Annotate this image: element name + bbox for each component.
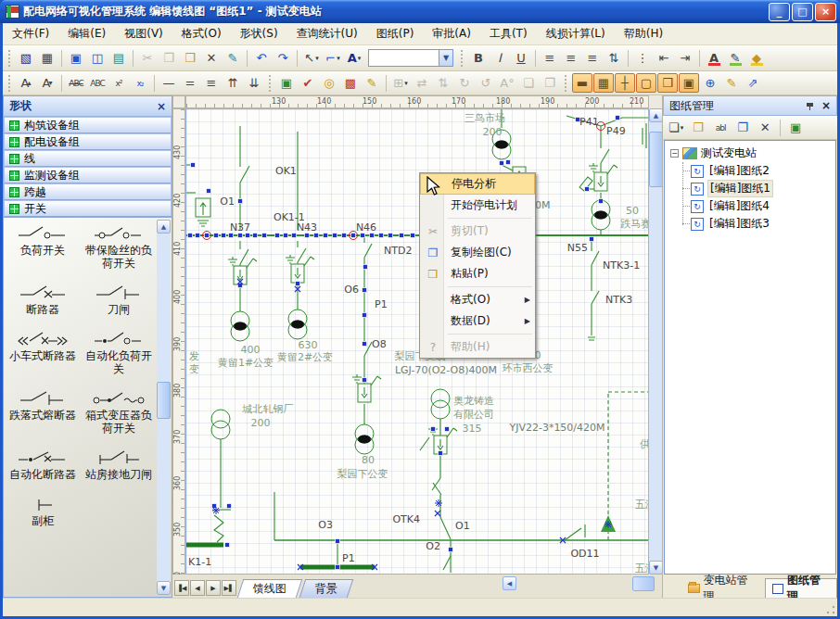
pin-icon[interactable] [806, 102, 814, 110]
scroll-up-icon[interactable]: ▲ [157, 220, 171, 234]
undo-button[interactable]: ↶ [251, 48, 272, 68]
stamp-button[interactable]: ▩ [340, 73, 361, 93]
menu-item-9[interactable]: 线损计算(L) [537, 23, 615, 44]
insert-picture-button[interactable]: ▣ [276, 73, 297, 93]
spacing-decrease-button[interactable]: ⇊ [244, 73, 264, 93]
font-color-button[interactable]: A [704, 48, 724, 68]
tree-item-sheet-1[interactable]: ↻[编辑]图纸1 [691, 180, 834, 197]
maximize-button[interactable]: □ [792, 3, 813, 21]
scrollbar-thumb[interactable] [632, 576, 655, 591]
menu-item-1[interactable]: 编辑(E) [58, 23, 115, 44]
titlebar[interactable]: 配电网络可视化管理系统 编辑馈线图 “图纸1” - 测试变电站 _□× [0, 0, 840, 23]
close-button[interactable]: × [815, 3, 836, 21]
close-icon[interactable]: × [821, 99, 831, 112]
canvas-tab-1[interactable]: 背景 [299, 579, 353, 598]
subscript-button[interactable]: x₂ [130, 73, 150, 93]
resize-grip[interactable] [825, 604, 836, 615]
font-increase-button[interactable]: A▴ [16, 73, 36, 93]
guides-toggle-button[interactable]: ┼ [615, 73, 635, 93]
toolbar-grip[interactable] [268, 75, 273, 92]
align-right-button[interactable]: ≡ [582, 48, 603, 68]
menu-item-3[interactable]: 格式(O) [172, 23, 231, 44]
copy-button[interactable]: ❐ [159, 48, 179, 68]
stencil-item-dropout-fuse[interactable]: 跌落式熔断器 [6, 388, 80, 435]
underline-button[interactable]: U [511, 48, 531, 68]
rename-sheet-button[interactable]: abl [710, 118, 731, 137]
context-menu-item-10[interactable]: ?帮助(H) [420, 336, 535, 358]
rotate-left-button[interactable]: ↺ [476, 73, 496, 93]
stencil-item-fused-load-switch[interactable]: 带保险丝的负荷开关 [82, 223, 156, 270]
connector-arrow-button[interactable]: ⇗ [743, 73, 763, 93]
scroll-down-icon[interactable]: ▼ [157, 581, 171, 595]
canvas-vscrollbar[interactable]: ▲ ▼ [649, 108, 663, 575]
shape-combobox[interactable]: ▼ [368, 49, 453, 67]
text-tool-button[interactable]: A▾ [344, 48, 364, 68]
collapse-icon[interactable]: − [670, 149, 679, 158]
format-painter-button[interactable]: ✎ [223, 48, 243, 68]
bring-forward-button[interactable]: ❏ [518, 73, 539, 93]
no-strikethrough-button[interactable]: ABC [87, 73, 108, 93]
context-menu-item-5[interactable]: ❒粘贴(P) [420, 263, 535, 284]
copy-sheet-button[interactable]: ❐ [732, 118, 753, 137]
pan-window-toggle-button[interactable]: ▣ [679, 73, 699, 93]
stencil-item-circuit-breaker[interactable]: 断路器 [6, 283, 80, 316]
page-breaks-toggle-button[interactable]: ❒ [657, 73, 678, 93]
context-menu-item-7[interactable]: 格式(O)▶ [420, 289, 535, 310]
shapes-panel-close-icon[interactable]: × [157, 100, 166, 113]
shape-group-1[interactable]: 配电设备组 [4, 133, 172, 150]
shape-group-2[interactable]: 线 [4, 150, 172, 167]
line-weight-thick-button[interactable]: ≡ [201, 73, 222, 93]
grid-toggle-button[interactable]: ▦ [593, 73, 614, 93]
connection-points-toggle-button[interactable]: ▢ [636, 73, 656, 93]
menu-item-6[interactable]: 图纸(P) [367, 23, 424, 44]
redo-button[interactable]: ↷ [273, 48, 293, 68]
align-shapes-button[interactable]: ⊞▾ [390, 73, 411, 93]
minimize-button[interactable]: _ [769, 3, 790, 21]
stencil-item-aux-cabinet[interactable]: 副柜 [6, 494, 80, 527]
context-menu-item-8[interactable]: 数据(D)▶ [420, 310, 535, 332]
context-menu-item-4[interactable]: ❐复制绘图(C) [420, 242, 535, 263]
open-sheet-button[interactable]: ❒ [688, 118, 708, 137]
last-sheet-button[interactable]: ▶▌ [222, 580, 236, 596]
line-color-button[interactable]: ✎ [725, 48, 745, 68]
strikethrough-button[interactable]: ABC [66, 73, 86, 93]
context-menu-item-3[interactable]: ✂剪切(T) [420, 221, 535, 242]
canvas-tab-0[interactable]: 馈线图 [237, 579, 302, 598]
fill-color-button[interactable]: ◆ [746, 48, 767, 68]
menu-item-8[interactable]: 工具(T) [480, 23, 537, 44]
zoom-pan-button[interactable]: ⊕ [700, 73, 720, 93]
align-center-button[interactable]: ≡ [561, 48, 581, 68]
context-menu-item-1[interactable]: 开始停电计划 [420, 195, 535, 216]
stencil-item-box-transformer-load-switch[interactable]: 箱式变压器负荷开关 [82, 388, 156, 435]
stencil-item-knife-switch[interactable]: 刀闸 [82, 283, 156, 316]
print-button[interactable]: ▤ [108, 48, 129, 68]
stencil-item-station-ground-knife-switch[interactable]: 站房接地刀闸 [82, 448, 156, 481]
edit-sheet-button[interactable]: ✎ [362, 73, 382, 93]
menu-item-2[interactable]: 视图(V) [115, 23, 172, 44]
toolbar-grip[interactable] [7, 75, 12, 92]
save-button[interactable]: ▣ [66, 48, 86, 68]
flip-horizontal-button[interactable]: ⇄ [412, 73, 432, 93]
rotate-right-button[interactable]: ↻ [454, 73, 475, 93]
stencil-item-load-switch[interactable]: 负荷开关 [6, 223, 80, 270]
delete-button[interactable]: ✕ [201, 48, 222, 68]
tree-root-substation[interactable]: − 测试变电站 [667, 145, 834, 162]
stencil-scrollbar[interactable]: ▲ ▼ [157, 220, 171, 595]
next-sheet-button[interactable]: ▶ [206, 580, 221, 596]
italic-button[interactable]: I [490, 48, 510, 68]
outdent-button[interactable]: ⇤ [654, 48, 674, 68]
send-backward-button[interactable]: ❐ [540, 73, 560, 93]
superscript-button[interactable]: x² [108, 73, 129, 93]
menu-item-7[interactable]: 审批(A) [423, 23, 480, 44]
stencil-item-automated-circuit-breaker[interactable]: 自动化断路器 [6, 448, 80, 481]
scrollbar-thumb[interactable] [649, 132, 663, 187]
shape-group-5[interactable]: 开关 [4, 200, 172, 217]
vertical-text-button[interactable]: ⇅ [604, 48, 624, 68]
print-preview-button[interactable]: ◫ [87, 48, 108, 68]
stencil-item-trolley-circuit-breaker[interactable]: 小车式断路器 [6, 329, 80, 375]
sheet-window-button[interactable]: ▣ [785, 118, 806, 137]
line-weight-thin-button[interactable]: — [159, 73, 179, 93]
new-drawing-button[interactable]: ▧ [16, 48, 36, 68]
line-weight-medium-button[interactable]: = [180, 73, 200, 93]
panel-tab-1[interactable]: 图纸管理 [765, 578, 837, 598]
